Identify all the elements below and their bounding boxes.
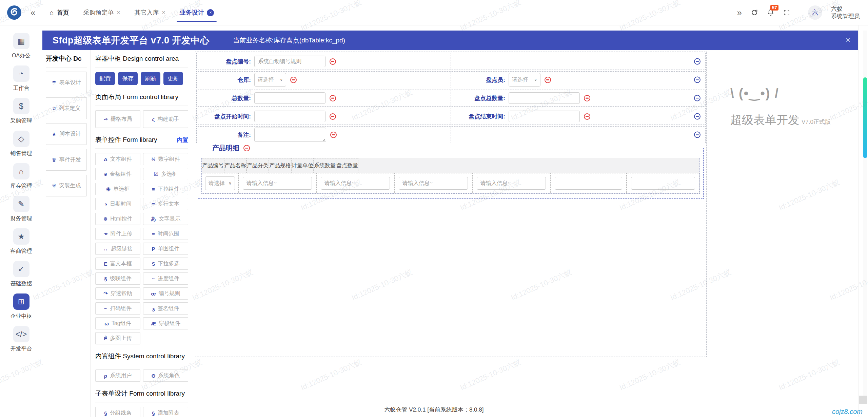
tab-close-icon[interactable]: × — [117, 9, 120, 16]
component-icon: ~ — [152, 276, 155, 282]
builtin-link[interactable]: 内置 — [177, 136, 188, 144]
form-component-button[interactable]: あ 文字显示 — [143, 213, 188, 225]
collapse-tabs-icon[interactable]: « — [31, 7, 35, 18]
sidebar-item-label: 工作台 — [13, 85, 29, 92]
sidebar-item[interactable]: ◇ 销售管理 — [11, 131, 32, 157]
scrollbar-thumb[interactable] — [863, 77, 867, 158]
dev-center-item[interactable]: ★ 脚本设计 — [46, 123, 87, 145]
notification-bell-icon[interactable]: 57 — [767, 9, 774, 16]
form-component-button[interactable]: ≡ 下拉组件 — [143, 183, 188, 195]
remove-field-icon[interactable] — [330, 132, 337, 138]
layout-component-button[interactable]: ς 构建助手 — [143, 110, 188, 128]
tab-home[interactable]: ⌂ 首页 — [45, 0, 74, 25]
sidebar-item[interactable]: ★ 客商管理 — [11, 228, 32, 255]
remove-row-icon[interactable] — [694, 113, 701, 120]
form-component-button[interactable]: ¥ 金额组件 — [95, 168, 140, 180]
form-component-button[interactable]: P 单图组件 — [143, 243, 188, 255]
product-spec-input[interactable] — [399, 177, 468, 190]
form-component-button[interactable]: œ 编号规则 — [143, 287, 188, 300]
remove-row-icon[interactable] — [694, 58, 701, 65]
sidebar-item[interactable]: $ 采购管理 — [11, 98, 32, 125]
start-time-input[interactable] — [254, 111, 326, 122]
system-component-button[interactable]: Θ 系统角色 — [143, 369, 188, 382]
form-component-button[interactable]: ≈ 时间范围 — [143, 228, 188, 240]
sidebar-item[interactable]: ▦ OA办公 — [12, 33, 31, 59]
total-quantity-input[interactable] — [254, 92, 326, 104]
system-quantity-input[interactable] — [555, 177, 622, 190]
remove-field-icon[interactable] — [290, 77, 297, 83]
sidebar-item[interactable]: ◔ 工作台 — [13, 65, 29, 92]
form-component-button[interactable]: A 文本组件 — [95, 153, 140, 165]
form-component-button[interactable]: § 级联组件 — [95, 272, 140, 285]
component-label: 构建助手 — [157, 116, 179, 123]
remove-field-icon[interactable] — [330, 58, 336, 65]
remove-field-icon[interactable] — [330, 113, 336, 120]
dev-center-item-icon: ♛ — [52, 157, 56, 163]
tab-purchase-order[interactable]: 采购预定单 × — [79, 0, 125, 25]
form-component-button[interactable]: ☑ 多选框 — [143, 168, 188, 180]
unit-input[interactable] — [477, 177, 546, 190]
check-quantity-input[interactable] — [631, 177, 695, 190]
product-category-input[interactable] — [321, 177, 390, 190]
action-button[interactable]: 保存 — [118, 72, 138, 85]
form-component-button[interactable]: Æ 穿梭组件 — [143, 317, 188, 329]
product-code-select[interactable]: 请选择 ∨ — [205, 176, 235, 190]
warehouse-select[interactable]: 请选择 ∨ — [254, 73, 286, 87]
remark-textarea[interactable] — [254, 128, 326, 142]
product-name-input[interactable] — [243, 177, 312, 190]
form-component-button[interactable]: S 下拉多选 — [143, 258, 188, 270]
sidebar-item[interactable]: ✎ 财务管理 — [11, 196, 32, 222]
form-component-button[interactable]: Ê 多图上传 — [95, 332, 140, 344]
tab-business-design[interactable]: 业务设计 × — [175, 0, 219, 25]
avatar[interactable]: 六 — [808, 5, 822, 20]
remove-row-icon[interactable] — [694, 95, 701, 101]
tab-other-inbound[interactable]: 其它入库 × — [130, 0, 170, 25]
form-component-button[interactable]: ½ 数字组件 — [143, 153, 188, 165]
sidebar-item[interactable]: ✓ 基础数据 — [11, 261, 32, 287]
sidebar-item[interactable]: ⊞ 企业中枢 — [11, 293, 32, 320]
module-sidebar: ▦ OA办公 ◔ 工作台 $ 采购管理 ◇ 销售管理 ⌂ 库存管理 ✎ 财务管理 — [0, 25, 42, 417]
dev-center-panel: 开发中心 Dc ☂ 表单设计 ♫ 列表定义 ★ 脚本设计 ♛ 事件开发 — [42, 50, 91, 417]
form-component-button[interactable]: ↠ 附件上传 — [95, 228, 140, 240]
remove-detail-icon[interactable] — [243, 145, 250, 151]
sidebar-item[interactable]: ⌂ 库存管理 — [11, 163, 32, 190]
sidebar-item[interactable]: </> 开发平台 — [11, 326, 32, 353]
form-component-button[interactable]: ◉ 单选框 — [95, 183, 140, 195]
layout-component-button[interactable]: ⇝ 栅格布局 — [95, 110, 140, 128]
form-component-button[interactable]: ~ 进度组件 — [143, 272, 188, 285]
remove-field-icon[interactable] — [584, 95, 590, 101]
refresh-icon[interactable] — [751, 9, 758, 16]
check-total-quantity-input[interactable] — [509, 92, 580, 104]
system-component-button[interactable]: ρ 系统用户 — [95, 369, 140, 382]
dev-center-item[interactable]: ♛ 事件开发 — [46, 149, 87, 171]
form-component-button[interactable]: E 富文本框 — [95, 258, 140, 270]
checker-select[interactable]: 请选择 ∨ — [509, 73, 540, 87]
close-icon[interactable]: × — [846, 35, 850, 45]
form-component-button[interactable]: ↷ 穿透帮助 — [95, 287, 140, 300]
form-component-button[interactable]: ω Tag组件 — [95, 317, 140, 329]
fullscreen-icon[interactable] — [783, 9, 790, 16]
action-button[interactable]: 更新 — [163, 72, 183, 85]
remove-row-icon[interactable] — [694, 77, 701, 83]
remove-field-icon[interactable] — [584, 113, 590, 120]
action-button[interactable]: 刷新 — [141, 72, 160, 85]
remove-row-icon[interactable] — [694, 132, 701, 138]
dev-center-item[interactable]: ♫ 列表定义 — [46, 97, 87, 119]
end-time-input[interactable] — [509, 111, 580, 122]
inventory-code-input[interactable] — [254, 56, 326, 67]
tab-close-icon[interactable]: × — [162, 9, 165, 16]
remove-field-icon[interactable] — [545, 77, 551, 83]
tab-close-icon[interactable]: × — [207, 9, 214, 16]
remove-field-icon[interactable] — [330, 95, 336, 101]
expand-tabs-icon[interactable]: » — [737, 7, 742, 18]
form-component-button[interactable]: ◑ 日期时间 — [95, 198, 140, 210]
form-component-button[interactable]: ↔ 超级链接 — [95, 243, 140, 255]
sidebar-item-label: 基础数据 — [11, 280, 32, 287]
form-component-button[interactable]: ⊛ Html控件 — [95, 213, 140, 225]
action-button[interactable]: 配置 — [95, 72, 115, 85]
form-component-button[interactable]: ~ 扫码组件 — [95, 302, 140, 315]
dev-center-item[interactable]: ✳ 安装生成 — [46, 175, 87, 196]
form-component-button[interactable]: ʒ 签名组件 — [143, 302, 188, 315]
dev-center-item[interactable]: ☂ 表单设计 — [46, 72, 87, 93]
form-component-button[interactable]: = 多行文本 — [143, 198, 188, 210]
